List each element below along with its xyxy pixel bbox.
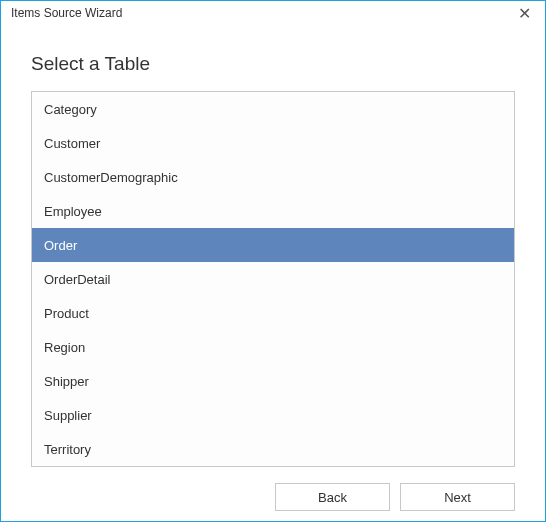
list-item-label: Order	[44, 238, 77, 253]
next-button[interactable]: Next	[400, 483, 515, 511]
list-item-label: Territory	[44, 442, 91, 457]
wizard-window: Items Source Wizard ✕ Select a Table Cat…	[0, 0, 546, 522]
list-item[interactable]: Shipper	[32, 364, 514, 398]
list-item-label: Region	[44, 340, 85, 355]
footer: Back Next	[1, 473, 545, 521]
list-item[interactable]: Employee	[32, 194, 514, 228]
titlebar: Items Source Wizard ✕	[1, 1, 545, 25]
list-item[interactable]: Territory	[32, 432, 514, 466]
back-button[interactable]: Back	[275, 483, 390, 511]
list-item-label: Customer	[44, 136, 100, 151]
list-item-label: Supplier	[44, 408, 92, 423]
list-item[interactable]: Order	[32, 228, 514, 262]
list-item-label: Employee	[44, 204, 102, 219]
list-item-label: Category	[44, 102, 97, 117]
list-item[interactable]: Customer	[32, 126, 514, 160]
window-title: Items Source Wizard	[11, 6, 509, 20]
list-item[interactable]: Supplier	[32, 398, 514, 432]
content-area: Select a Table CategoryCustomerCustomerD…	[1, 25, 545, 473]
list-item[interactable]: OrderDetail	[32, 262, 514, 296]
list-item[interactable]: Category	[32, 92, 514, 126]
list-item-label: CustomerDemographic	[44, 170, 178, 185]
table-listbox[interactable]: CategoryCustomerCustomerDemographicEmplo…	[31, 91, 515, 467]
list-item-label: Product	[44, 306, 89, 321]
list-item[interactable]: Product	[32, 296, 514, 330]
close-button[interactable]: ✕	[509, 1, 539, 25]
list-item-label: Shipper	[44, 374, 89, 389]
page-heading: Select a Table	[31, 53, 515, 75]
list-item[interactable]: Region	[32, 330, 514, 364]
close-icon: ✕	[518, 4, 531, 23]
list-item[interactable]: CustomerDemographic	[32, 160, 514, 194]
list-item-label: OrderDetail	[44, 272, 110, 287]
